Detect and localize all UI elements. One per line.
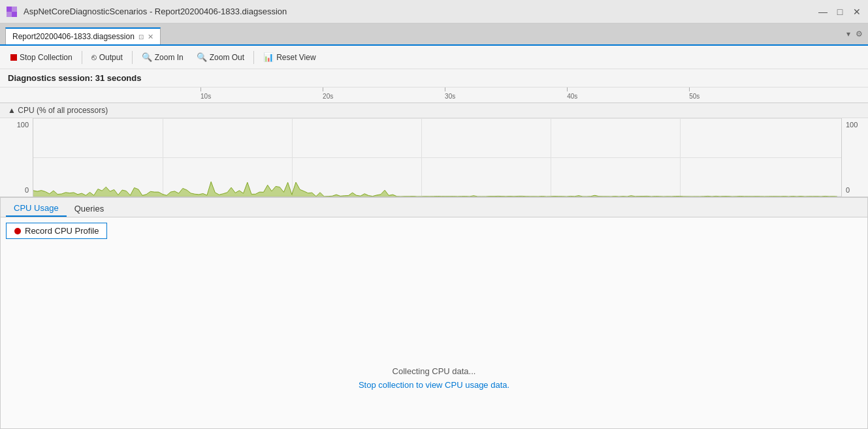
record-dot-icon	[14, 228, 21, 234]
maximize-button[interactable]: □	[834, 6, 846, 18]
tab-settings-icon[interactable]: ⚙	[856, 29, 863, 39]
output-button[interactable]: ⎋ Output	[86, 50, 128, 64]
stop-collection-link[interactable]: Stop collection to view CPU usage data.	[359, 380, 509, 390]
stop-icon	[10, 54, 17, 61]
zoom-in-icon: 🔍	[142, 52, 152, 62]
chart-y-axis-right: 100 0	[842, 118, 868, 197]
output-label: Output	[99, 53, 123, 62]
app-logo	[5, 5, 18, 18]
chart-title-label: ▲ CPU (% of all processors)	[8, 106, 108, 115]
center-message: Collecting CPU data... Stop collection t…	[1, 328, 867, 429]
diagsession-tab[interactable]: Report20200406-1833.diagsession ⊡ ✕	[5, 27, 161, 44]
svg-rect-1	[12, 7, 17, 12]
chart-y-axis-left: 100 0	[0, 118, 33, 197]
toolbar-separator-1	[82, 51, 82, 64]
output-icon: ⎋	[91, 52, 97, 62]
collecting-msg: Collecting CPU data...	[393, 366, 476, 376]
reset-view-label: Reset View	[276, 53, 315, 62]
zoom-out-button[interactable]: 🔍 Zoom Out	[191, 50, 249, 64]
chart-title: ▲ CPU (% of all processors)	[0, 103, 868, 118]
close-button[interactable]: ✕	[851, 6, 863, 18]
tick-40s: 40s	[567, 93, 577, 100]
y-max-right-label: 100	[846, 121, 858, 129]
toolbar: Stop Collection ⎋ Output 🔍 Zoom In 🔍 Zoo…	[0, 46, 868, 69]
zoom-out-label: Zoom Out	[210, 53, 244, 62]
tab-pin-icon[interactable]: ⊡	[138, 33, 144, 40]
tick-30s: 30s	[445, 93, 455, 100]
cpu-chart-section: ▲ CPU (% of all processors) 100 0 100 0	[0, 103, 868, 197]
svg-rect-3	[12, 12, 17, 17]
record-cpu-label: Record CPU Profile	[25, 226, 99, 236]
zoom-out-icon: 🔍	[197, 52, 207, 62]
stop-collection-label: Stop Collection	[20, 53, 72, 62]
y-max-label: 100	[17, 121, 29, 129]
tab-dropdown-icon[interactable]: ▾	[846, 29, 850, 39]
tab-close-icon[interactable]: ✕	[148, 33, 153, 41]
tab-bar: Report20200406-1833.diagsession ⊡ ✕ ▾ ⚙	[0, 24, 868, 46]
app-title: AspNetCoreDiagnosticScenarios - Report20…	[24, 7, 817, 16]
tab-bar-actions: ▾ ⚙	[846, 29, 863, 39]
bottom-panel: CPU Usage Queries Record CPU Profile Col…	[0, 197, 868, 429]
minimize-button[interactable]: —	[817, 6, 829, 18]
diagnostics-session-label: Diagnostics session: 31 seconds	[8, 73, 141, 83]
tick-50s: 50s	[689, 93, 699, 100]
svg-rect-2	[7, 12, 12, 17]
y-min-right-label: 0	[846, 186, 850, 194]
title-bar: AspNetCoreDiagnosticScenarios - Report20…	[0, 0, 868, 24]
timeline-ruler: 10s 20s 30s 40s 50s	[0, 87, 868, 103]
cpu-chart-canvas	[33, 118, 841, 197]
chart-canvas	[33, 118, 842, 197]
zoom-in-label: Zoom In	[155, 53, 184, 62]
tick-10s: 10s	[201, 93, 211, 100]
tab-queries[interactable]: Queries	[67, 200, 112, 217]
stop-collection-button[interactable]: Stop Collection	[5, 51, 78, 64]
y-min-label: 0	[25, 186, 29, 194]
reset-view-icon: 📊	[263, 52, 274, 62]
record-cpu-profile-button[interactable]: Record CPU Profile	[6, 223, 107, 239]
tick-20s: 20s	[323, 93, 333, 100]
toolbar-separator-2	[132, 51, 133, 64]
ruler-ticks: 10s 20s 30s 40s 50s	[78, 87, 842, 101]
bottom-tab-bar: CPU Usage Queries	[1, 198, 867, 217]
zoom-in-button[interactable]: 🔍 Zoom In	[137, 50, 189, 64]
window-controls: — □ ✕	[817, 6, 863, 18]
tab-label: Report20200406-1833.diagsession	[12, 32, 135, 41]
bottom-content: Record CPU Profile	[1, 217, 867, 328]
tab-cpu-usage[interactable]: CPU Usage	[6, 200, 67, 217]
chart-area: 100 0 100 0	[0, 118, 868, 197]
svg-rect-0	[7, 7, 12, 12]
diagnostics-header: Diagnostics session: 31 seconds	[0, 69, 868, 87]
reset-view-button[interactable]: 📊 Reset View	[258, 50, 321, 64]
toolbar-separator-3	[253, 51, 254, 64]
